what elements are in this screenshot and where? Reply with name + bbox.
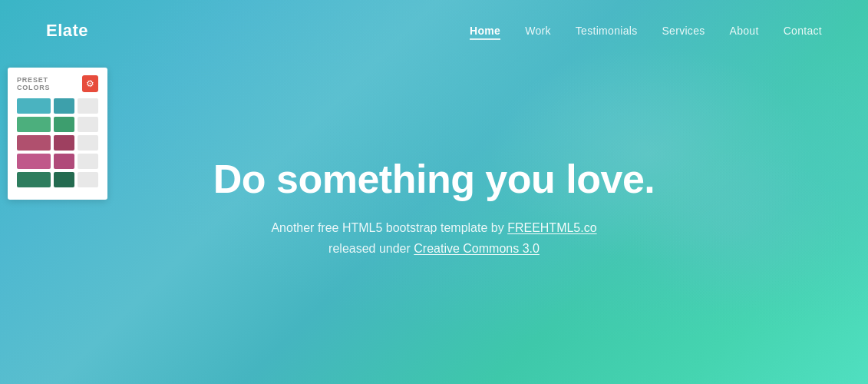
- nav-item-work[interactable]: Work: [525, 24, 551, 38]
- nav-item-services[interactable]: Services: [662, 24, 705, 38]
- nav-item-home[interactable]: Home: [470, 24, 500, 38]
- hero-content: Do something you love. Another free HTML…: [0, 61, 868, 384]
- color-swatch-main-5[interactable]: [17, 172, 51, 187]
- hero-subtitle-text-2: released under: [328, 242, 414, 255]
- brand-logo[interactable]: Elate: [46, 21, 88, 41]
- color-swatch-light-4[interactable]: [78, 154, 98, 169]
- color-swatch-main-1[interactable]: [17, 98, 51, 114]
- nav-link-testimonials[interactable]: Testimonials: [576, 25, 638, 37]
- hero-subtitle-text-1: Another free HTML5 bootstrap template by: [271, 221, 507, 234]
- color-row-5: [17, 172, 98, 187]
- color-swatch-secondary-4[interactable]: [54, 154, 74, 169]
- color-swatch-light-2[interactable]: [78, 117, 98, 132]
- hero-subtitle: Another free HTML5 bootstrap template by…: [271, 217, 596, 259]
- nav-link-contact[interactable]: Contact: [784, 25, 822, 37]
- nav-menu: Home Work Testimonials Services About Co…: [470, 24, 822, 38]
- color-row-4: [17, 154, 98, 169]
- hero-section: PRESET COLORS ⚙ Ela: [0, 0, 868, 384]
- preset-colors-panel: PRESET COLORS ⚙: [8, 68, 107, 200]
- color-swatch-secondary-3[interactable]: [54, 135, 74, 151]
- color-swatch-light-3[interactable]: [78, 135, 98, 151]
- nav-link-services[interactable]: Services: [662, 25, 705, 37]
- nav-item-about[interactable]: About: [730, 24, 759, 38]
- color-row-3: [17, 135, 98, 151]
- color-swatch-secondary-1[interactable]: [54, 98, 74, 114]
- nav-link-work[interactable]: Work: [525, 25, 551, 37]
- color-swatch-main-4[interactable]: [17, 154, 51, 169]
- preset-title: PRESET COLORS: [17, 76, 82, 91]
- color-swatch-light-1[interactable]: [78, 98, 98, 114]
- nav-link-home[interactable]: Home: [470, 25, 500, 40]
- nav-item-contact[interactable]: Contact: [784, 24, 822, 38]
- nav-item-testimonials[interactable]: Testimonials: [576, 24, 638, 38]
- color-row-2: [17, 117, 98, 132]
- color-swatch-secondary-2[interactable]: [54, 117, 74, 132]
- preset-header: PRESET COLORS ⚙: [17, 75, 98, 92]
- nav-link-about[interactable]: About: [730, 25, 759, 37]
- color-swatch-secondary-5[interactable]: [54, 172, 74, 187]
- hero-subtitle-link-1[interactable]: FREEHTML5.co: [507, 221, 596, 234]
- gear-icon[interactable]: ⚙: [82, 75, 98, 92]
- hero-title: Do something you love.: [213, 156, 655, 202]
- color-row-1: [17, 98, 98, 114]
- color-swatch-main-3[interactable]: [17, 135, 51, 151]
- color-swatch-light-5[interactable]: [78, 172, 98, 187]
- navbar: Elate Home Work Testimonials Services Ab…: [0, 0, 868, 61]
- color-swatch-main-2[interactable]: [17, 117, 51, 132]
- hero-subtitle-link-2[interactable]: Creative Commons 3.0: [414, 242, 540, 255]
